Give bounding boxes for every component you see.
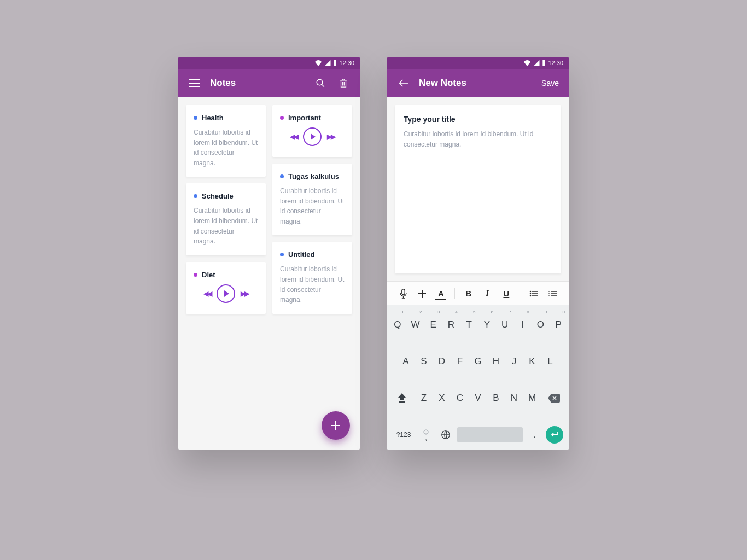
svg-rect-5 — [399, 401, 405, 402]
key-o[interactable]: O9 — [533, 308, 549, 341]
tag-dot — [194, 194, 197, 198]
separator — [520, 288, 520, 299]
wifi-icon — [314, 60, 322, 66]
key-r[interactable]: R4 — [443, 308, 459, 341]
note-card-untitled[interactable]: Untitled Curabitur lobortis id lorem id … — [272, 242, 352, 313]
bullet-list-icon[interactable] — [528, 288, 539, 299]
forward-icon[interactable]: ▶▶ — [241, 290, 248, 298]
format-toolbar: A B I U — [387, 281, 569, 305]
svg-point-4 — [530, 295, 532, 296]
note-title: Schedule — [202, 192, 234, 200]
key-l[interactable]: L — [542, 345, 558, 377]
note-card-health[interactable]: Health Curabitur lobortis id lorem id bi… — [186, 105, 266, 177]
note-body: Curabitur lobortis id lorem id bibendum.… — [280, 186, 345, 226]
add-note-fab[interactable] — [322, 411, 350, 440]
svg-rect-1 — [402, 289, 405, 294]
back-icon[interactable] — [397, 77, 410, 90]
app-bar: Notes — [178, 69, 360, 97]
spacebar-key[interactable] — [457, 427, 523, 442]
key-q[interactable]: Q1 — [389, 308, 406, 341]
italic-button[interactable]: I — [482, 288, 493, 299]
key-g[interactable]: G — [470, 345, 486, 377]
add-icon[interactable] — [417, 288, 428, 299]
symbols-key[interactable]: ?123 — [393, 431, 415, 439]
note-title: Diet — [202, 271, 215, 279]
key-a[interactable]: A — [398, 345, 414, 377]
editor-card[interactable]: Type your title Curabitur lobortis id lo… — [395, 105, 561, 273]
note-body: Curabitur lobortis id lorem id bibendum.… — [280, 264, 345, 305]
bold-button[interactable]: B — [463, 288, 474, 299]
note-body: Curabitur lobortis id lorem id bibendum.… — [194, 206, 258, 246]
status-bar: 12:30 — [387, 57, 569, 69]
underline-button[interactable]: U — [501, 288, 512, 299]
phone-notes-list: 12:30 Notes Health Cura — [178, 57, 360, 450]
phone-new-note: 12:30 New Notes Save Type your title Cur… — [387, 57, 569, 450]
key-f[interactable]: F — [452, 345, 468, 377]
language-key[interactable] — [437, 430, 454, 440]
key-u[interactable]: U7 — [497, 308, 513, 341]
search-icon[interactable] — [314, 77, 327, 90]
svg-point-3 — [530, 293, 532, 294]
keyboard-row-2: A S D F G H J K L — [389, 345, 567, 377]
comma-key[interactable]: , — [418, 429, 434, 440]
keyboard-row-1: Q1 W2 E3 R4 T5 Y6 U7 I8 O9 P0 — [389, 308, 567, 341]
key-m[interactable]: M — [524, 382, 540, 414]
note-card-important[interactable]: Important ◀◀ ▶▶ — [272, 105, 352, 157]
note-card-diet[interactable]: Diet ◀◀ ▶▶ — [186, 262, 266, 314]
delete-icon[interactable] — [337, 77, 350, 90]
key-y[interactable]: Y6 — [479, 308, 495, 341]
signal-icon — [324, 60, 331, 66]
rewind-icon[interactable]: ◀◀ — [203, 290, 211, 298]
signal-icon — [533, 60, 540, 66]
play-icon — [224, 290, 229, 297]
key-t[interactable]: T5 — [461, 308, 477, 341]
battery-icon — [542, 60, 546, 66]
tag-dot — [280, 174, 284, 178]
backspace-key[interactable] — [542, 382, 566, 414]
key-h[interactable]: H — [488, 345, 504, 377]
note-card-tugas[interactable]: Tugas kalkulus Curabitur lobortis id lor… — [272, 164, 352, 235]
key-b[interactable]: B — [488, 382, 504, 414]
play-button[interactable] — [303, 127, 322, 146]
key-i[interactable]: I8 — [515, 308, 531, 341]
play-button[interactable] — [217, 284, 235, 303]
note-title: Important — [288, 114, 321, 122]
enter-key[interactable] — [546, 426, 563, 444]
key-n[interactable]: N — [506, 382, 522, 414]
text-color-button[interactable]: A — [435, 288, 446, 299]
note-card-schedule[interactable]: Schedule Curabitur lobortis id lorem id … — [186, 183, 266, 255]
shift-key[interactable] — [390, 382, 414, 414]
status-time: 12:30 — [548, 60, 563, 66]
body-input[interactable]: Curabitur lobortis id lorem id bibendum.… — [404, 129, 552, 149]
save-button[interactable]: Save — [541, 79, 559, 88]
key-v[interactable]: V — [470, 382, 486, 414]
key-z[interactable]: Z — [416, 382, 432, 414]
status-bar: 12:30 — [178, 57, 360, 69]
svg-point-8 — [427, 431, 427, 431]
numbered-list-icon[interactable] — [547, 288, 558, 299]
key-p[interactable]: P0 — [550, 308, 567, 341]
keyboard: Q1 W2 E3 R4 T5 Y6 U7 I8 O9 P0 A S D F G … — [387, 305, 569, 450]
svg-point-0 — [317, 79, 323, 85]
forward-icon[interactable]: ▶▶ — [327, 133, 335, 141]
key-w[interactable]: W2 — [407, 308, 424, 341]
menu-icon[interactable] — [188, 77, 201, 90]
tag-dot — [280, 253, 284, 256]
title-input[interactable]: Type your title — [404, 115, 552, 124]
key-c[interactable]: C — [452, 382, 468, 414]
app-bar: New Notes Save — [387, 69, 569, 97]
key-j[interactable]: J — [506, 345, 522, 377]
wifi-icon — [523, 60, 531, 66]
svg-point-2 — [530, 290, 532, 292]
svg-point-7 — [425, 431, 425, 431]
key-d[interactable]: D — [434, 345, 450, 377]
notes-grid: Health Curabitur lobortis id lorem id bi… — [178, 97, 360, 322]
key-k[interactable]: K — [524, 345, 540, 377]
rewind-icon[interactable]: ◀◀ — [290, 133, 297, 141]
tag-dot — [194, 273, 197, 277]
period-key[interactable]: . — [526, 429, 542, 440]
key-s[interactable]: S — [416, 345, 432, 377]
key-e[interactable]: E3 — [425, 308, 441, 341]
mic-icon[interactable] — [398, 288, 408, 299]
key-x[interactable]: X — [434, 382, 450, 414]
